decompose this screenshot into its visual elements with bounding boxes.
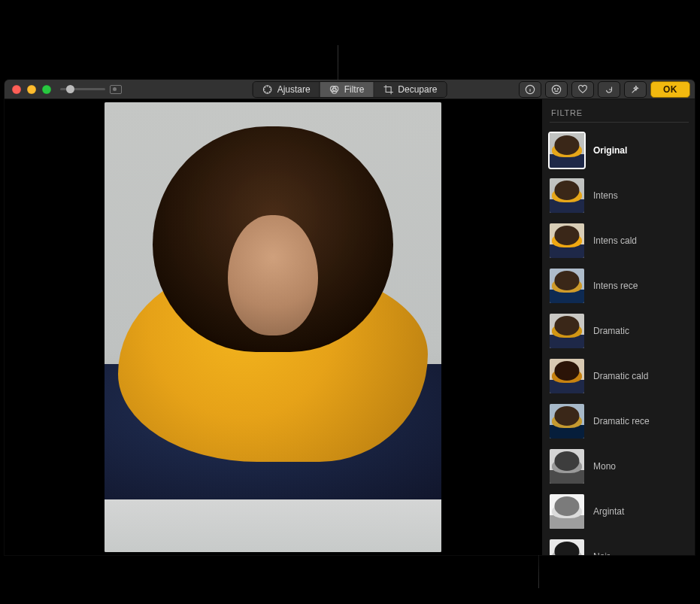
zoom-track[interactable]: [60, 88, 105, 90]
rotate-button[interactable]: [598, 81, 620, 98]
filter-option-drec[interactable]: Dramatic rece: [550, 401, 689, 446]
filters-sidebar-title: FILTRE: [550, 105, 689, 123]
tab-crop[interactable]: Decupare: [374, 82, 446, 97]
zoom-slider[interactable]: [60, 85, 122, 94]
filter-thumbnail: [550, 404, 584, 439]
filters-icon: [329, 84, 340, 95]
window-titlebar: Ajustare Filtre Decupare: [5, 80, 695, 99]
svg-point-5: [552, 85, 560, 93]
filter-label: Intens: [593, 190, 618, 201]
filter-option-warm[interactable]: Intens cald: [550, 220, 689, 266]
toolbar-right: OK: [519, 81, 690, 98]
filter-label: Mono: [593, 461, 616, 472]
tab-adjust[interactable]: Ajustare: [253, 82, 320, 97]
done-button-label: OK: [663, 84, 677, 95]
filter-thumbnail: [550, 314, 584, 348]
filter-option-cool[interactable]: Intens rece: [550, 266, 689, 311]
faces-button[interactable]: [545, 81, 568, 98]
filter-option-noir[interactable]: Noir: [550, 536, 689, 555]
filter-option-orig[interactable]: Original: [550, 130, 689, 175]
thumbnails-toggle-icon[interactable]: [110, 85, 122, 94]
crop-icon: [383, 84, 393, 95]
auto-enhance-button[interactable]: [624, 81, 647, 98]
filter-label: Noir: [593, 551, 610, 555]
filter-label: Dramatic rece: [593, 416, 650, 426]
edit-mode-tabs: Ajustare Filtre Decupare: [253, 81, 447, 98]
filter-thumbnail: [550, 133, 584, 168]
filter-option-mono[interactable]: Mono: [550, 446, 689, 491]
filter-option-vivid[interactable]: Intens: [550, 175, 689, 220]
filter-thumbnail: [550, 449, 584, 484]
edited-photo[interactable]: [105, 102, 441, 552]
adjust-icon: [262, 84, 273, 95]
filter-option-dram[interactable]: Dramatic: [550, 311, 689, 356]
filter-thumbnail: [550, 494, 584, 529]
filter-thumbnail: [550, 178, 584, 213]
tab-filters-label: Filtre: [344, 84, 365, 95]
photo-canvas-area: [5, 99, 541, 555]
filter-option-dwar[interactable]: Dramatic cald: [550, 356, 689, 401]
window-controls: [5, 85, 51, 94]
filter-label: Argintat: [593, 506, 624, 517]
tab-adjust-label: Ajustare: [277, 84, 311, 95]
callout-line-top: [338, 45, 338, 81]
filter-label: Intens cald: [593, 235, 637, 246]
filter-label: Intens rece: [593, 281, 638, 291]
photos-edit-window: Ajustare Filtre Decupare: [5, 80, 695, 555]
editor-content: FILTRE OriginalIntensIntens caldIntens r…: [5, 99, 695, 555]
filter-option-silv[interactable]: Argintat: [550, 491, 689, 536]
filters-sidebar: FILTRE OriginalIntensIntens caldIntens r…: [541, 99, 695, 555]
svg-point-7: [557, 88, 558, 89]
minimize-button[interactable]: [27, 85, 36, 94]
filters-list: OriginalIntensIntens caldIntens receDram…: [550, 130, 689, 555]
favorite-button[interactable]: [571, 81, 594, 98]
filter-thumbnail: [550, 269, 584, 303]
filter-thumbnail: [550, 359, 584, 393]
filter-label: Original: [593, 145, 627, 156]
tab-filters[interactable]: Filtre: [320, 82, 374, 97]
fullscreen-button[interactable]: [42, 85, 51, 94]
filter-thumbnail: [550, 539, 584, 555]
tab-crop-label: Decupare: [398, 84, 437, 95]
done-button[interactable]: OK: [650, 81, 690, 98]
svg-point-6: [554, 88, 555, 89]
zoom-thumb[interactable]: [66, 85, 74, 93]
filter-label: Dramatic cald: [593, 371, 648, 381]
info-button[interactable]: [519, 81, 541, 98]
filter-thumbnail: [550, 223, 584, 258]
close-button[interactable]: [12, 85, 21, 94]
filter-label: Dramatic: [593, 326, 629, 336]
